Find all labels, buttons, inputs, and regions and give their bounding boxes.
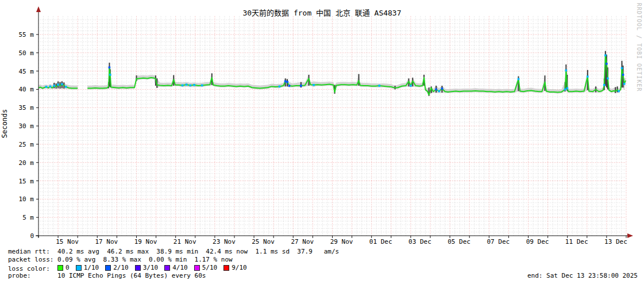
loss-swatch-0 — [57, 265, 63, 271]
loss-swatch-label: 5/10 — [202, 264, 218, 271]
loss-swatch-label: 2/10 — [113, 264, 129, 271]
x-tick-label: 11 Dec — [565, 238, 588, 245]
loss-legend-item: 4/10 — [164, 264, 188, 271]
x-tick-label: 25 Nov — [252, 238, 275, 245]
axis-ticks — [36, 34, 626, 238]
loss-swatch-label: 4/10 — [172, 264, 188, 271]
y-tick-label: 40 m — [5, 86, 34, 93]
loss-swatch-1/10 — [76, 265, 82, 271]
y-tick-label: 20 m — [5, 159, 34, 167]
y-tick-label: 5 m — [5, 214, 34, 221]
axes — [36, 10, 630, 237]
smokeping-graph: 30天前的数据 from 中国 北京 联通 AS4837 Seconds RRD… — [0, 0, 644, 284]
x-tick-label: 09 Dec — [526, 238, 549, 245]
x-tick-label: 03 Dec — [408, 238, 431, 245]
x-tick-label: 27 Nov — [291, 238, 314, 245]
loss-swatch-label: 0 — [65, 264, 70, 271]
loss-legend-item: 0 — [57, 264, 70, 271]
x-tick-label: 15 Nov — [56, 238, 79, 245]
median-rtt-stats: median rtt: 40.2 ms avg 46.2 ms max 38.9… — [8, 248, 339, 255]
y-tick-label: 50 m — [5, 49, 34, 57]
probe-info: probe: 10 ICMP Echo Pings (64 Bytes) eve… — [8, 272, 206, 279]
y-tick-label: 35 m — [5, 104, 34, 112]
chart-canvas — [0, 0, 644, 248]
y-tick-label: 25 m — [5, 141, 34, 148]
y-tick-label: 55 m — [5, 31, 34, 39]
end-timestamp: end: Sat Dec 13 23:58:00 2025 — [527, 272, 638, 279]
loss-swatch-5/10 — [194, 265, 200, 271]
y-tick-label: 15 m — [5, 178, 34, 185]
x-tick-label: 23 Nov — [213, 238, 236, 245]
loss-swatch-3/10 — [135, 265, 141, 271]
loss-swatch-label: 9/10 — [232, 264, 247, 271]
x-tick-label: 07 Dec — [487, 238, 510, 245]
loss-legend-item: 9/10 — [223, 264, 247, 271]
loss-color-label: loss color: — [8, 265, 57, 273]
y-tick-label: 0 — [5, 232, 34, 240]
loss-legend-item: 3/10 — [135, 264, 159, 271]
x-tick-label: 19 Nov — [134, 238, 157, 245]
x-tick-label: 17 Nov — [95, 238, 118, 245]
y-tick-label: 30 m — [5, 122, 34, 130]
rrdtool-watermark: RRDTOOL / TOBI OETIKER — [636, 3, 642, 91]
loss-swatch-9/10 — [223, 265, 229, 271]
loss-legend-item: 2/10 — [105, 264, 129, 271]
y-tick-label: 45 m — [5, 68, 34, 75]
loss-swatch-label: 1/10 — [84, 264, 99, 271]
x-tick-label: 21 Nov — [173, 238, 196, 245]
loss-legend-item: 1/10 — [76, 264, 99, 271]
x-tick-label: 01 Dec — [369, 238, 392, 245]
packet-loss-stats: packet loss: 0.09 % avg 8.33 % max 0.00 … — [8, 256, 233, 263]
loss-legend-item: 5/10 — [194, 264, 218, 271]
x-tick-label: 13 Dec — [604, 238, 627, 245]
loss-color-legend: loss color: 01/102/103/104/105/109/10 — [8, 264, 253, 273]
x-tick-label: 05 Dec — [448, 238, 471, 245]
loss-swatch-label: 3/10 — [143, 264, 159, 271]
x-axis-arrow — [627, 233, 633, 238]
y-tick-label: 10 m — [5, 195, 34, 203]
loss-swatch-2/10 — [105, 265, 111, 271]
graph-title: 30天前的数据 from 中国 北京 联通 AS4837 — [0, 7, 644, 18]
x-tick-label: 29 Nov — [330, 238, 353, 245]
loss-swatch-4/10 — [164, 265, 170, 271]
